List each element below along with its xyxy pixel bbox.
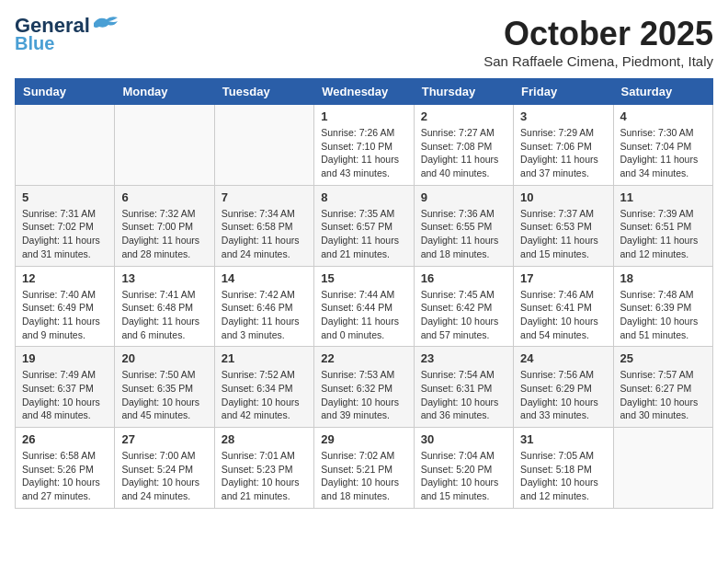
- day-info: Sunrise: 7:50 AM Sunset: 6:35 PM Dayligh…: [121, 368, 207, 422]
- calendar-cell: 22Sunrise: 7:53 AM Sunset: 6:32 PM Dayli…: [314, 347, 414, 428]
- day-number: 15: [321, 271, 406, 285]
- day-info: Sunrise: 7:44 AM Sunset: 6:44 PM Dayligh…: [321, 288, 406, 342]
- day-info: Sunrise: 7:05 AM Sunset: 5:18 PM Dayligh…: [520, 449, 606, 503]
- calendar-cell: 5Sunrise: 7:31 AM Sunset: 7:02 PM Daylig…: [16, 185, 115, 266]
- day-number: 25: [620, 351, 706, 365]
- day-number: 13: [121, 271, 207, 285]
- calendar-cell: 14Sunrise: 7:42 AM Sunset: 6:46 PM Dayli…: [214, 266, 313, 347]
- day-info: Sunrise: 7:36 AM Sunset: 6:55 PM Dayligh…: [421, 207, 506, 261]
- day-number: 21: [222, 351, 307, 365]
- day-number: 12: [22, 271, 108, 285]
- calendar-cell: 6Sunrise: 7:32 AM Sunset: 7:00 PM Daylig…: [115, 185, 214, 266]
- weekday-header-row: SundayMondayTuesdayWednesdayThursdayFrid…: [16, 79, 713, 105]
- location-subtitle: San Raffaele Cimena, Piedmont, Italy: [483, 53, 713, 69]
- day-number: 18: [620, 271, 706, 285]
- calendar-cell: 15Sunrise: 7:44 AM Sunset: 6:44 PM Dayli…: [314, 266, 414, 347]
- calendar-cell: 11Sunrise: 7:39 AM Sunset: 6:51 PM Dayli…: [613, 185, 712, 266]
- calendar-cell: 10Sunrise: 7:37 AM Sunset: 6:53 PM Dayli…: [514, 185, 613, 266]
- calendar-cell: 8Sunrise: 7:35 AM Sunset: 6:57 PM Daylig…: [314, 185, 414, 266]
- day-info: Sunrise: 7:52 AM Sunset: 6:34 PM Dayligh…: [222, 368, 307, 422]
- day-info: Sunrise: 7:40 AM Sunset: 6:49 PM Dayligh…: [22, 288, 108, 342]
- calendar-cell: 27Sunrise: 7:00 AM Sunset: 5:24 PM Dayli…: [115, 428, 214, 509]
- day-number: 31: [520, 432, 606, 446]
- calendar-cell: 9Sunrise: 7:36 AM Sunset: 6:55 PM Daylig…: [414, 185, 513, 266]
- day-info: Sunrise: 7:57 AM Sunset: 6:27 PM Dayligh…: [620, 368, 706, 422]
- calendar-week-3: 12Sunrise: 7:40 AM Sunset: 6:49 PM Dayli…: [16, 266, 713, 347]
- day-info: Sunrise: 7:02 AM Sunset: 5:21 PM Dayligh…: [321, 449, 406, 503]
- day-info: Sunrise: 7:35 AM Sunset: 6:57 PM Dayligh…: [321, 207, 406, 261]
- day-number: 23: [421, 351, 506, 365]
- calendar-cell: 1Sunrise: 7:26 AM Sunset: 7:10 PM Daylig…: [314, 105, 414, 186]
- day-number: 17: [520, 271, 606, 285]
- weekday-header-monday: Monday: [115, 79, 214, 105]
- calendar-cell: 17Sunrise: 7:46 AM Sunset: 6:41 PM Dayli…: [514, 266, 613, 347]
- day-info: Sunrise: 7:27 AM Sunset: 7:08 PM Dayligh…: [421, 126, 506, 180]
- day-number: 30: [421, 432, 506, 446]
- day-number: 22: [321, 351, 406, 365]
- day-number: 10: [520, 190, 606, 204]
- calendar-week-5: 26Sunrise: 6:58 AM Sunset: 5:26 PM Dayli…: [16, 428, 713, 509]
- day-number: 26: [22, 432, 108, 446]
- day-info: Sunrise: 7:49 AM Sunset: 6:37 PM Dayligh…: [22, 368, 108, 422]
- day-number: 8: [321, 190, 406, 204]
- day-number: 16: [421, 271, 506, 285]
- day-info: Sunrise: 7:01 AM Sunset: 5:23 PM Dayligh…: [222, 449, 307, 503]
- day-number: 5: [22, 190, 108, 204]
- weekday-header-thursday: Thursday: [414, 79, 513, 105]
- calendar-cell: 26Sunrise: 6:58 AM Sunset: 5:26 PM Dayli…: [16, 428, 115, 509]
- day-info: Sunrise: 7:00 AM Sunset: 5:24 PM Dayligh…: [121, 449, 207, 503]
- logo-bird-icon: [92, 14, 119, 34]
- calendar-cell: 29Sunrise: 7:02 AM Sunset: 5:21 PM Dayli…: [314, 428, 414, 509]
- day-info: Sunrise: 7:37 AM Sunset: 6:53 PM Dayligh…: [520, 207, 606, 261]
- calendar-cell: 23Sunrise: 7:54 AM Sunset: 6:31 PM Dayli…: [414, 347, 513, 428]
- day-number: 27: [121, 432, 207, 446]
- calendar-cell: 24Sunrise: 7:56 AM Sunset: 6:29 PM Dayli…: [514, 347, 613, 428]
- day-info: Sunrise: 7:39 AM Sunset: 6:51 PM Dayligh…: [620, 207, 706, 261]
- calendar-cell: 13Sunrise: 7:41 AM Sunset: 6:48 PM Dayli…: [115, 266, 214, 347]
- weekday-header-tuesday: Tuesday: [214, 79, 313, 105]
- day-number: 14: [222, 271, 307, 285]
- day-info: Sunrise: 7:41 AM Sunset: 6:48 PM Dayligh…: [121, 288, 207, 342]
- calendar-cell: 21Sunrise: 7:52 AM Sunset: 6:34 PM Dayli…: [214, 347, 313, 428]
- calendar-cell: [115, 105, 214, 186]
- day-info: Sunrise: 6:58 AM Sunset: 5:26 PM Dayligh…: [22, 449, 108, 503]
- weekday-header-saturday: Saturday: [613, 79, 712, 105]
- calendar-cell: 30Sunrise: 7:04 AM Sunset: 5:20 PM Dayli…: [414, 428, 513, 509]
- day-info: Sunrise: 7:26 AM Sunset: 7:10 PM Dayligh…: [321, 126, 406, 180]
- day-number: 3: [520, 109, 606, 123]
- calendar-cell: [16, 105, 115, 186]
- calendar-cell: [613, 428, 712, 509]
- calendar-cell: 3Sunrise: 7:29 AM Sunset: 7:06 PM Daylig…: [514, 105, 613, 186]
- day-info: Sunrise: 7:29 AM Sunset: 7:06 PM Dayligh…: [520, 126, 606, 180]
- calendar-week-1: 1Sunrise: 7:26 AM Sunset: 7:10 PM Daylig…: [16, 105, 713, 186]
- day-info: Sunrise: 7:42 AM Sunset: 6:46 PM Dayligh…: [222, 288, 307, 342]
- calendar-cell: 25Sunrise: 7:57 AM Sunset: 6:27 PM Dayli…: [613, 347, 712, 428]
- day-number: 9: [421, 190, 506, 204]
- day-info: Sunrise: 7:48 AM Sunset: 6:39 PM Dayligh…: [620, 288, 706, 342]
- calendar-cell: 12Sunrise: 7:40 AM Sunset: 6:49 PM Dayli…: [16, 266, 115, 347]
- day-number: 7: [222, 190, 307, 204]
- day-info: Sunrise: 7:46 AM Sunset: 6:41 PM Dayligh…: [520, 288, 606, 342]
- day-number: 28: [222, 432, 307, 446]
- calendar-cell: 4Sunrise: 7:30 AM Sunset: 7:04 PM Daylig…: [613, 105, 712, 186]
- calendar-cell: 7Sunrise: 7:34 AM Sunset: 6:58 PM Daylig…: [214, 185, 313, 266]
- calendar-cell: 31Sunrise: 7:05 AM Sunset: 5:18 PM Dayli…: [514, 428, 613, 509]
- logo: General Blue: [15, 15, 119, 53]
- weekday-header-wednesday: Wednesday: [314, 79, 414, 105]
- calendar-week-4: 19Sunrise: 7:49 AM Sunset: 6:37 PM Dayli…: [16, 347, 713, 428]
- weekday-header-sunday: Sunday: [16, 79, 115, 105]
- day-info: Sunrise: 7:34 AM Sunset: 6:58 PM Dayligh…: [222, 207, 307, 261]
- calendar-cell: 19Sunrise: 7:49 AM Sunset: 6:37 PM Dayli…: [16, 347, 115, 428]
- day-number: 1: [321, 109, 406, 123]
- day-number: 19: [22, 351, 108, 365]
- calendar-cell: 20Sunrise: 7:50 AM Sunset: 6:35 PM Dayli…: [115, 347, 214, 428]
- day-number: 2: [421, 109, 506, 123]
- day-number: 24: [520, 351, 606, 365]
- title-area: October 2025 San Raffaele Cimena, Piedmo…: [483, 15, 713, 69]
- day-info: Sunrise: 7:53 AM Sunset: 6:32 PM Dayligh…: [321, 368, 406, 422]
- day-info: Sunrise: 7:04 AM Sunset: 5:20 PM Dayligh…: [421, 449, 506, 503]
- calendar-cell: [214, 105, 313, 186]
- day-info: Sunrise: 7:32 AM Sunset: 7:00 PM Dayligh…: [121, 207, 207, 261]
- calendar-table: SundayMondayTuesdayWednesdayThursdayFrid…: [15, 78, 713, 509]
- calendar-week-2: 5Sunrise: 7:31 AM Sunset: 7:02 PM Daylig…: [16, 185, 713, 266]
